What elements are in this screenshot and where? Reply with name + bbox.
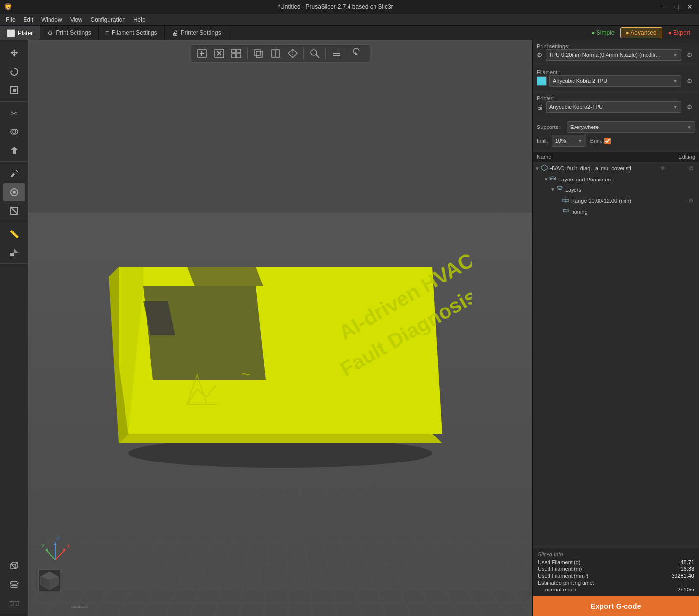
- root-eye-icon[interactable]: 👁: [660, 165, 666, 172]
- scale-tool[interactable]: [3, 81, 25, 99]
- print-settings-dropdown[interactable]: TPU 0.20mm Normal(0.4mm Nozzle) (modifie…: [546, 49, 681, 61]
- svg-point-68: [550, 177, 556, 179]
- tab-filament-settings[interactable]: ≡ Filament Settings: [99, 26, 165, 40]
- 3d-model-svg: AI-driven HVAC Fault Diagnosis ~: [89, 169, 472, 488]
- tree-item-layers[interactable]: ▼ Layers: [533, 184, 699, 195]
- range-gear-btn[interactable]: ⚙: [686, 196, 695, 205]
- measure-tool[interactable]: 📏: [3, 225, 25, 243]
- supports-dropdown[interactable]: Everywhere ▼: [567, 121, 695, 133]
- root-expand-arrow[interactable]: ▼: [535, 166, 540, 171]
- range-icon: [562, 197, 569, 205]
- undo-btn[interactable]: [351, 47, 367, 60]
- svg-point-18: [10, 581, 18, 584]
- view-tools: ◫◫: [0, 555, 28, 614]
- svg-rect-29: [256, 51, 262, 57]
- close-button[interactable]: ✕: [684, 1, 695, 12]
- delete-object-btn[interactable]: [211, 47, 227, 60]
- mode-buttons: ● Simple ● Advanced ● Expert: [586, 26, 699, 40]
- menu-help[interactable]: Help: [129, 15, 150, 24]
- svg-rect-3: [13, 89, 16, 92]
- assembly-tool[interactable]: [3, 244, 25, 261]
- tree-item-layers-perimeters[interactable]: ▼ Layers and Perimeters: [533, 174, 699, 184]
- menu-edit[interactable]: Edit: [19, 15, 37, 24]
- printer-section: Printer: 🖨 Anycubic Kobra2-TPU ▼ ⚙: [533, 92, 699, 118]
- filament-g-label: Used Filament (g): [538, 559, 580, 565]
- cut-tool[interactable]: ✂: [3, 104, 25, 122]
- layers-icon: [556, 186, 563, 193]
- mode-simple-button[interactable]: ● Simple: [586, 28, 619, 38]
- tree-item-range[interactable]: ▶ Range 10.00-12.00 (mm) ⚙: [533, 195, 699, 206]
- svg-marker-12: [14, 249, 18, 253]
- print-settings-label: Print settings:: [537, 43, 570, 49]
- layer-editing-btn[interactable]: [329, 47, 345, 60]
- filament-label: Filament:: [537, 69, 559, 75]
- app-title: *Untitled - PrusaSlicer-2.7.4 based on S…: [278, 3, 393, 10]
- tab-printer-settings[interactable]: 🖨 Printer Settings: [165, 26, 228, 40]
- layers-perimeters-expand-arrow[interactable]: ▼: [544, 177, 549, 182]
- split-parts-btn[interactable]: [285, 47, 300, 60]
- svg-line-10: [11, 207, 18, 214]
- tree-item-root[interactable]: ▼ HVAC_fault_diag...a_mu_cover.stl 👁 ⧉: [533, 162, 699, 174]
- window-controls: ─ □ ✕: [659, 1, 695, 12]
- infill-dropdown[interactable]: 10% ▼: [552, 135, 586, 147]
- tab-plater[interactable]: ⬜ Plater: [0, 26, 40, 40]
- tab-print-settings[interactable]: ⚙ Print Settings: [40, 26, 98, 40]
- infill-arrow: ▼: [578, 138, 583, 144]
- maximize-button[interactable]: □: [672, 1, 682, 12]
- perspective-view-btn[interactable]: [3, 557, 25, 574]
- filament-color-swatch[interactable]: [537, 76, 547, 86]
- printer-edit-btn[interactable]: ⚙: [684, 102, 695, 112]
- root-copy-btn[interactable]: ⧉: [686, 164, 695, 173]
- main-area: ✂ 🖌 📏: [0, 40, 699, 616]
- support-blocker-tool[interactable]: [3, 202, 25, 220]
- range-editing-col: ⚙: [666, 196, 695, 205]
- sla-support-tool[interactable]: [3, 142, 25, 159]
- svg-text:Z: Z: [56, 536, 59, 541]
- svg-text:~: ~: [241, 365, 250, 383]
- filament-m-label: Used Filament (m): [538, 566, 582, 572]
- svg-rect-27: [232, 54, 236, 58]
- layers-view-btn[interactable]: [3, 575, 25, 593]
- split-objects-btn[interactable]: [268, 47, 283, 60]
- svg-rect-26: [237, 49, 241, 53]
- mode-advanced-button[interactable]: ● Advanced: [620, 27, 662, 38]
- export-gcode-button[interactable]: Export G-code: [533, 596, 699, 616]
- mode-expert-button[interactable]: ● Expert: [663, 28, 695, 38]
- transform-tools: [0, 42, 28, 102]
- layers-expand-arrow[interactable]: ▼: [550, 187, 555, 192]
- sliced-print-time-normal: - normal mode 2h10m: [538, 587, 694, 592]
- menu-window[interactable]: Window: [37, 15, 66, 24]
- sliced-filament-m: Used Filament (m) 16.33: [538, 566, 694, 572]
- menu-file[interactable]: File: [2, 15, 19, 24]
- rotate-tool[interactable]: [3, 63, 25, 80]
- seam-tool[interactable]: [3, 183, 25, 201]
- left-toolbar: ✂ 🖌 📏: [0, 40, 28, 616]
- add-object-btn[interactable]: [194, 47, 210, 60]
- menu-view[interactable]: View: [66, 15, 87, 24]
- viewport[interactable]: AI-driven HVAC Fault Diagnosis ~ X: [28, 40, 532, 616]
- move-tool[interactable]: [3, 44, 25, 62]
- paint-fdm-tool[interactable]: 🖌: [3, 165, 25, 182]
- search-btn[interactable]: [307, 47, 323, 60]
- ruler-btn[interactable]: ◫◫: [3, 594, 25, 612]
- svg-point-8: [13, 191, 16, 194]
- arrange-btn[interactable]: [228, 47, 244, 60]
- minimize-button[interactable]: ─: [659, 1, 670, 12]
- sliced-filament-g: Used Filament (g) 48.71: [538, 559, 694, 565]
- copy-btn[interactable]: [250, 47, 266, 60]
- filament-dropdown[interactable]: Anycubic Kobra 2 TPU ▼: [549, 75, 681, 87]
- printer-dropdown[interactable]: Anycubic Kobra2-TPU ▼: [546, 101, 681, 113]
- layer-tree: ▼ HVAC_fault_diag...a_mu_cover.stl 👁 ⧉ ▼…: [533, 162, 699, 355]
- tabbar: ⬜ Plater ⚙ Print Settings ≡ Filament Set…: [0, 26, 699, 40]
- print-settings-edit-btn[interactable]: ⚙: [684, 50, 695, 60]
- edit-tools: ✂: [0, 103, 28, 162]
- axis-indicator: X Y Z: [38, 533, 73, 567]
- menu-configuration[interactable]: Configuration: [87, 15, 129, 24]
- svg-line-54: [55, 550, 65, 560]
- tree-item-ironing[interactable]: ▶ Ironing: [533, 206, 699, 217]
- nav-cube[interactable]: [38, 569, 60, 591]
- mesh-boolean-tool[interactable]: [3, 123, 25, 141]
- brim-checkbox[interactable]: [604, 138, 611, 144]
- filament-edit-btn[interactable]: ⚙: [684, 76, 695, 86]
- filament-section: Filament: Anycubic Kobra 2 TPU ▼ ⚙: [533, 66, 699, 92]
